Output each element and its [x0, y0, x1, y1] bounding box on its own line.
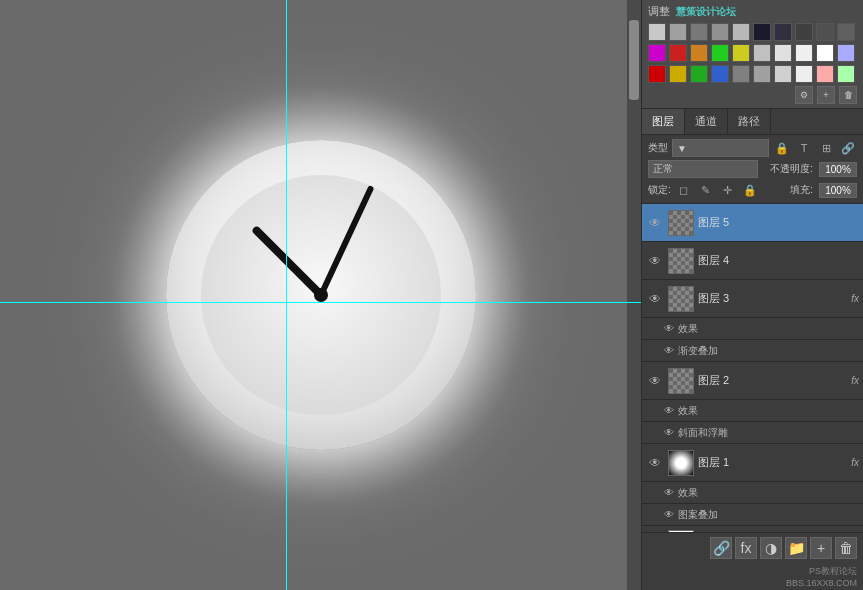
- swatch[interactable]: [795, 44, 813, 62]
- canvas-area: [0, 0, 641, 590]
- opacity-input[interactable]: 100%: [819, 162, 857, 177]
- layer-name-4: 图层 4: [698, 253, 859, 268]
- lock-all[interactable]: 🔒: [741, 181, 759, 199]
- swatch[interactable]: [795, 23, 813, 41]
- swatch[interactable]: [774, 23, 792, 41]
- sub-label-effect-1: 效果: [678, 486, 698, 500]
- swatch[interactable]: [732, 44, 750, 62]
- layers-tabs: 图层 通道 路径: [642, 109, 863, 135]
- swatch[interactable]: [711, 23, 729, 41]
- tab-channels[interactable]: 通道: [685, 109, 728, 134]
- swatch[interactable]: [711, 44, 729, 62]
- swatch-row-1: [648, 23, 857, 41]
- swatch-tools: ⚙ + 🗑: [648, 86, 857, 104]
- swatch-tool-add[interactable]: +: [817, 86, 835, 104]
- swatch[interactable]: [753, 23, 771, 41]
- swatch-row-2: [648, 44, 857, 62]
- swatch[interactable]: [690, 65, 708, 83]
- swatch[interactable]: [753, 44, 771, 62]
- filter-icon-4[interactable]: 🔗: [839, 139, 857, 157]
- layers-btn-fx[interactable]: fx: [735, 537, 757, 559]
- layer-sub-pattern-1: 👁 图案叠加: [642, 504, 863, 526]
- eye-small-effect-2[interactable]: 👁: [662, 404, 676, 418]
- layers-btn-mask[interactable]: ◑: [760, 537, 782, 559]
- layer-item-4[interactable]: 👁 图层 4: [642, 242, 863, 280]
- swatch[interactable]: [837, 44, 855, 62]
- layer-fx-1: fx: [851, 457, 859, 468]
- lock-image[interactable]: ✎: [697, 181, 715, 199]
- layers-btn-group[interactable]: 📁: [785, 537, 807, 559]
- scrollbar-thumb[interactable]: [629, 20, 639, 100]
- layer-sub-bevel-2: 👁 斜面和浮雕: [642, 422, 863, 444]
- swatch[interactable]: [816, 44, 834, 62]
- layer-thumb-4: [668, 248, 694, 274]
- layer-name-1: 图层 1: [698, 455, 849, 470]
- filter-row: 类型 ▼ 🔒 T ⊞ 🔗: [648, 139, 857, 157]
- swatch[interactable]: [774, 65, 792, 83]
- lock-position[interactable]: ✛: [719, 181, 737, 199]
- opacity-label: 不透明度:: [770, 162, 813, 176]
- filter-icon-1[interactable]: 🔒: [773, 139, 791, 157]
- swatch[interactable]: [648, 23, 666, 41]
- swatch[interactable]: [837, 65, 855, 83]
- layer-thumb-5: [668, 210, 694, 236]
- canvas-scrollbar[interactable]: [627, 0, 641, 590]
- fill-input[interactable]: 100%: [819, 183, 857, 198]
- swatch[interactable]: [753, 65, 771, 83]
- layer-item-1[interactable]: 👁 图层 1 fx: [642, 444, 863, 482]
- swatch[interactable]: [816, 65, 834, 83]
- eye-icon-5[interactable]: 👁: [646, 214, 664, 232]
- center-dot: [314, 288, 328, 302]
- layers-list: 👁 图层 5 👁 图层 4 👁 图层 3 fx 👁 效果: [642, 204, 863, 532]
- lock-transparent[interactable]: ◻: [675, 181, 693, 199]
- eye-icon-3[interactable]: 👁: [646, 290, 664, 308]
- swatch[interactable]: [690, 44, 708, 62]
- layer-name-3: 图层 3: [698, 291, 849, 306]
- swatch[interactable]: [690, 23, 708, 41]
- swatch[interactable]: [774, 44, 792, 62]
- eye-icon-4[interactable]: 👁: [646, 252, 664, 270]
- swatch[interactable]: [816, 23, 834, 41]
- eye-icon-2[interactable]: 👁: [646, 372, 664, 390]
- swatch[interactable]: [669, 23, 687, 41]
- tab-paths[interactable]: 路径: [728, 109, 771, 134]
- swatch-tool-delete[interactable]: 🗑: [839, 86, 857, 104]
- eye-small-effect-1[interactable]: 👁: [662, 486, 676, 500]
- filter-icon-3[interactable]: ⊞: [817, 139, 835, 157]
- layers-btn-delete[interactable]: 🗑: [835, 537, 857, 559]
- layers-panel: 图层 通道 路径 类型 ▼ 🔒 T ⊞ 🔗 正常 不透明度: 100%: [642, 109, 863, 590]
- swatch[interactable]: [732, 65, 750, 83]
- filter-icon-2[interactable]: T: [795, 139, 813, 157]
- eye-icon-1[interactable]: 👁: [646, 454, 664, 472]
- swatch[interactable]: [837, 23, 855, 41]
- swatch-tool-settings[interactable]: ⚙: [795, 86, 813, 104]
- swatches-header: 调整 慧策设计论坛: [648, 4, 857, 19]
- layers-btn-link[interactable]: 🔗: [710, 537, 732, 559]
- eye-small-pattern-1[interactable]: 👁: [662, 508, 676, 522]
- swatch[interactable]: [795, 65, 813, 83]
- swatch[interactable]: [732, 23, 750, 41]
- eye-small-gradient-3[interactable]: 👁: [662, 344, 676, 358]
- swatch[interactable]: [711, 65, 729, 83]
- layer-thumb-3: [668, 286, 694, 312]
- blend-mode-dropdown[interactable]: 正常: [648, 160, 758, 178]
- tab-layers[interactable]: 图层: [642, 109, 685, 134]
- swatch[interactable]: [648, 44, 666, 62]
- site-logo: 慧策设计论坛: [676, 5, 736, 19]
- layers-btn-new[interactable]: +: [810, 537, 832, 559]
- swatches-title: 调整: [648, 4, 670, 19]
- swatch[interactable]: [669, 65, 687, 83]
- layer-thumb-2: [668, 368, 694, 394]
- layer-item-5[interactable]: 👁 图层 5: [642, 204, 863, 242]
- layer-name-2: 图层 2: [698, 373, 849, 388]
- layer-item-2[interactable]: 👁 图层 2 fx: [642, 362, 863, 400]
- swatch[interactable]: [669, 44, 687, 62]
- eye-small-bevel-2[interactable]: 👁: [662, 426, 676, 440]
- layer-item-3[interactable]: 👁 图层 3 fx: [642, 280, 863, 318]
- filter-dropdown[interactable]: ▼: [672, 139, 769, 157]
- layer-sub-effect-1: 👁 效果: [642, 482, 863, 504]
- eye-small-effect-3[interactable]: 👁: [662, 322, 676, 336]
- swatch[interactable]: [648, 65, 666, 83]
- swatch-row-3: [648, 65, 857, 83]
- layer-sub-effect-3: 👁 效果: [642, 318, 863, 340]
